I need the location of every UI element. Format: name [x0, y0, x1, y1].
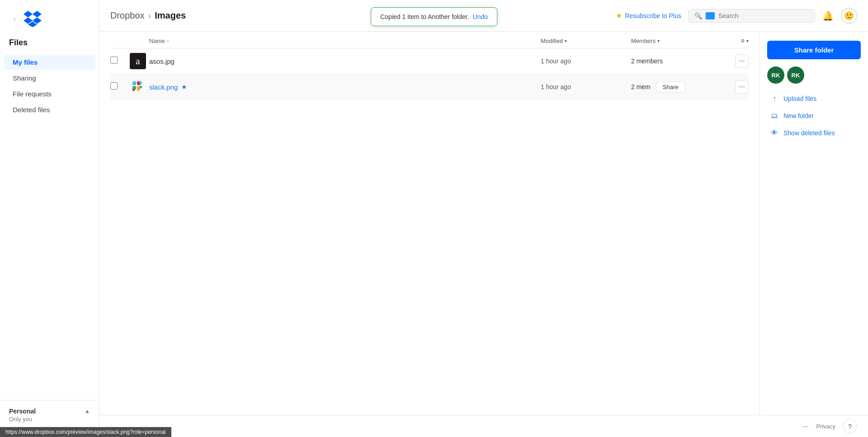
search-bar[interactable]: 🔍 — [689, 9, 815, 23]
show-deleted-action[interactable]: 👁 Show deleted files — [767, 125, 861, 141]
breadcrumb: Dropbox › Images — [110, 10, 186, 21]
dropbox-logo-icon — [24, 11, 42, 27]
file-share-button[interactable]: Share — [656, 81, 685, 93]
file-modified: 1 hour ago — [541, 57, 631, 65]
file-thumbnail: a — [127, 53, 149, 69]
content-area: Name ↑ Modified ▾ Members ▾ ≡ ▾ — [99, 32, 868, 415]
sort-arrow-icon: ↑ — [167, 38, 169, 43]
file-name[interactable]: asos.jpg — [149, 57, 175, 65]
file-checkbox-col — [110, 82, 127, 91]
sidebar-plan-chevron: ▲ — [85, 408, 90, 414]
upload-files-action[interactable]: ↑ Upload files — [767, 91, 861, 106]
share-folder-button[interactable]: Share folder — [767, 41, 861, 59]
breadcrumb-root[interactable]: Dropbox — [110, 10, 145, 21]
sidebar-plan-subtitle: Only you — [9, 416, 90, 423]
new-folder-action[interactable]: 🗂 New folder — [767, 108, 861, 124]
view-dropdown-icon[interactable]: ▾ — [746, 38, 749, 43]
new-folder-label: New folder — [783, 112, 814, 119]
upload-icon: ↑ — [770, 95, 779, 103]
header-name-label: Name — [149, 38, 165, 44]
file-more-button[interactable]: ··· — [735, 54, 749, 68]
sidebar-nav: My files Sharing File requests Deleted f… — [0, 55, 99, 117]
more-options-button[interactable]: ··· — [802, 422, 809, 431]
header-name-col[interactable]: Name ↑ — [149, 38, 541, 44]
toast-message: Copied 1 item to Another folder. — [380, 13, 469, 20]
statusbar-url: https://www.dropbox.com/preview/images/s… — [99, 429, 166, 435]
sidebar-bottom: Personal ▲ Only you — [0, 400, 99, 430]
breadcrumb-separator: › — [148, 10, 151, 21]
sidebar-toggle[interactable]: ‹ — [9, 14, 20, 24]
file-star-icon[interactable]: ★ — [181, 83, 187, 90]
header-actions-col: ≡ ▾ — [722, 37, 749, 44]
slack-logo-svg — [130, 79, 146, 95]
sidebar-plan-title[interactable]: Personal ▲ — [9, 408, 90, 415]
file-members-count: 2 mem — [631, 83, 651, 90]
view-toggle[interactable]: ≡ ▾ — [741, 37, 749, 44]
help-icon: ? — [848, 423, 852, 430]
header-members-label: Members — [631, 38, 656, 44]
search-input[interactable] — [718, 12, 800, 19]
modified-dropdown-icon: ▾ — [565, 38, 567, 43]
header-modified-col[interactable]: Modified ▾ — [541, 38, 631, 44]
file-list-area: Name ↑ Modified ▾ Members ▾ ≡ ▾ — [99, 32, 760, 415]
toast-undo-button[interactable]: Undo — [472, 13, 487, 20]
file-modified: 1 hour ago — [541, 83, 631, 90]
show-deleted-label: Show deleted files — [783, 129, 835, 137]
list-view-icon[interactable]: ≡ — [741, 37, 745, 44]
sidebar-plan-name: Personal — [9, 408, 36, 415]
resubscribe-button[interactable]: ★ Resubscribe to Plus — [616, 11, 681, 20]
topbar-right: ★ Resubscribe to Plus 🔍 🔔 🙂 — [616, 8, 857, 24]
sidebar-item-file-requests[interactable]: File requests — [4, 86, 95, 101]
search-folder-icon — [706, 12, 715, 19]
file-actions: ··· — [722, 80, 749, 94]
table-header: Name ↑ Modified ▾ Members ▾ ≡ ▾ — [110, 32, 749, 48]
asos-thumbnail: a — [130, 53, 146, 69]
member-avatar: RK — [787, 66, 804, 84]
right-panel: Share folder RK RK ↑ Upload files 🗂 New … — [760, 32, 868, 415]
svg-rect-0 — [132, 81, 136, 85]
action-list: ↑ Upload files 🗂 New folder 👁 Show delet… — [767, 91, 861, 141]
user-avatar[interactable]: 🙂 — [841, 8, 857, 24]
search-icon: 🔍 — [694, 12, 702, 19]
file-more-button[interactable]: ··· — [735, 80, 749, 94]
file-actions: ··· — [722, 54, 749, 68]
svg-rect-5 — [140, 86, 142, 88]
svg-rect-4 — [140, 81, 142, 84]
file-members: 2 mem Share — [631, 81, 722, 93]
file-name-col: slack.png ★ — [149, 83, 541, 91]
toast-notification: Copied 1 item to Another folder. Undo — [371, 7, 497, 26]
main-area: Dropbox › Images ★ Resubscribe to Plus 🔍… — [99, 0, 868, 437]
show-deleted-icon: 👁 — [770, 129, 779, 137]
file-thumbnail — [127, 79, 149, 95]
notifications-bell-icon[interactable]: 🔔 — [822, 10, 834, 21]
sidebar: ‹ Files My files Sharing File requests D… — [0, 0, 99, 437]
file-members: 2 members — [631, 57, 722, 65]
header-modified-label: Modified — [541, 38, 563, 44]
slack-thumbnail — [130, 79, 146, 95]
file-checkbox[interactable] — [110, 82, 118, 90]
file-name[interactable]: slack.png — [149, 83, 178, 91]
members-dropdown-icon: ▾ — [657, 38, 660, 43]
sidebar-item-sharing[interactable]: Sharing — [4, 71, 95, 86]
sidebar-section-title: Files — [0, 38, 99, 55]
bottom-bar: ··· Privacy ? — [99, 415, 868, 437]
help-button[interactable]: ? — [843, 419, 857, 433]
resubscribe-label: Resubscribe to Plus — [625, 12, 681, 19]
table-row: a asos.jpg 1 hour ago 2 members ··· — [110, 48, 749, 74]
star-icon: ★ — [616, 11, 622, 20]
svg-rect-6 — [132, 89, 135, 91]
sidebar-item-deleted-files[interactable]: Deleted files — [4, 102, 95, 117]
sidebar-item-my-files[interactable]: My files — [4, 55, 95, 70]
member-avatar: RK — [767, 66, 784, 84]
upload-files-label: Upload files — [783, 95, 816, 102]
header-members-col[interactable]: Members ▾ — [631, 38, 722, 44]
member-avatars: RK RK — [767, 66, 861, 84]
sidebar-logo-area: ‹ — [0, 7, 99, 38]
breadcrumb-current: Images — [155, 10, 186, 21]
file-name-col: asos.jpg — [149, 57, 541, 65]
privacy-link[interactable]: Privacy — [816, 423, 835, 430]
file-checkbox[interactable] — [110, 57, 118, 64]
statusbar: https://www.dropbox.com/preview/images/s… — [99, 427, 171, 437]
table-row: slack.png ★ 1 hour ago 2 mem Share ··· — [110, 74, 749, 100]
file-checkbox-col — [110, 57, 127, 66]
